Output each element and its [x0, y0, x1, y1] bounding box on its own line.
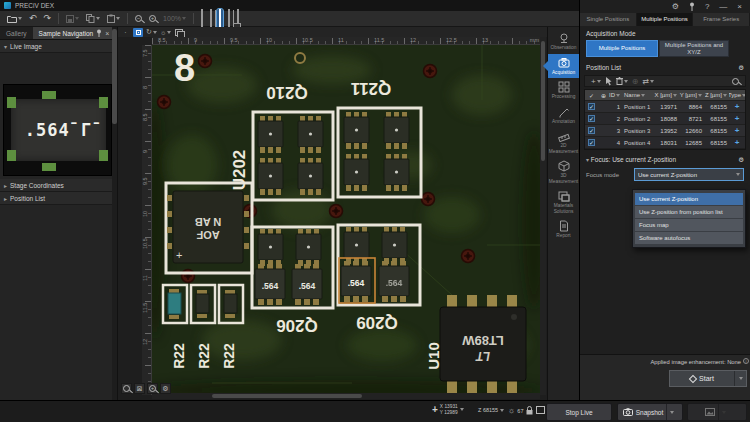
close-tab-icon[interactable]: × — [105, 27, 109, 40]
table-row[interactable]: ✓ 3 Position 3 13952 12660 68155 + — [585, 125, 745, 137]
filter-icon[interactable] — [723, 94, 727, 97]
tab-frame-series[interactable]: Frame Series — [693, 13, 750, 26]
save-image-button[interactable] — [687, 403, 747, 421]
pin-icon[interactable] — [96, 29, 102, 37]
filter-icon[interactable] — [673, 94, 677, 97]
illumination-button[interactable]: ☼ — [160, 28, 171, 37]
focus-mode-select[interactable]: Use current Z-position — [634, 168, 744, 181]
live-image-thumbnail[interactable]: .564̄ Γ̄ — [3, 84, 112, 176]
col-type[interactable]: Type — [729, 92, 745, 98]
new-window-button[interactable] — [235, 9, 241, 29]
dropdown-option-software-autofocus[interactable]: Software autofocus — [635, 232, 743, 244]
col-z[interactable]: Z [µm] — [704, 92, 729, 98]
help-icon[interactable]: ? — [705, 2, 709, 11]
zoom-in-view-button[interactable]: + — [147, 383, 158, 394]
left-panel-scrollbar[interactable] — [112, 27, 117, 400]
refresh-button[interactable]: ↻ — [146, 28, 157, 37]
tab-gallery[interactable]: Gallery — [0, 27, 33, 39]
search-position-button[interactable] — [732, 78, 739, 85]
row-checkbox[interactable]: ✓ — [588, 127, 595, 134]
pcb-live-image[interactable]: .564 .564 .564 .564 AOF N AB + — [152, 45, 540, 395]
dropdown-option-z-from-list[interactable]: Use Z-position from position list — [635, 206, 743, 218]
redo-button[interactable]: ↷ — [42, 12, 54, 25]
multiple-positions-xyz-mode-button[interactable]: Multiple Positions and XY/Z — [659, 40, 729, 57]
open-button[interactable] — [5, 12, 24, 25]
add-position-button[interactable]: + — [591, 77, 601, 86]
viewport-horizontal-scrollbar[interactable] — [152, 393, 540, 399]
col-target[interactable]: ⊕ — [598, 92, 609, 99]
pin-icon[interactable] — [689, 2, 695, 11]
col-name[interactable]: Name — [622, 92, 654, 98]
dropdown-option-focus-map[interactable]: Focus map — [635, 219, 743, 231]
filter-icon[interactable] — [698, 94, 702, 97]
info-icon[interactable]: i — [743, 358, 749, 364]
scrollbar-thumb[interactable] — [212, 394, 362, 398]
tab-report[interactable]: Report — [548, 217, 579, 242]
row-checkbox[interactable]: ✓ — [588, 139, 595, 146]
start-button[interactable]: Start — [669, 370, 747, 387]
table-row[interactable]: ✓ 4 Position 4 18031 12685 68155 + — [585, 137, 745, 149]
col-id[interactable]: ID — [609, 92, 622, 98]
save-options-dropdown[interactable] — [718, 404, 729, 420]
viewport-vertical-scrollbar[interactable] — [540, 37, 546, 395]
snapshot-options-dropdown[interactable] — [666, 404, 677, 420]
col-x[interactable]: X [µm] — [654, 92, 679, 98]
layout-current-button[interactable] — [217, 9, 223, 29]
start-options-dropdown[interactable] — [734, 371, 746, 386]
settings-gear-icon[interactable]: ⚙ — [672, 2, 679, 11]
snapshot-button[interactable]: Snapshot — [617, 403, 683, 421]
position-list-settings-icon[interactable]: ⚙ — [738, 64, 744, 72]
fit-to-window-button[interactable]: ⊠ — [134, 383, 145, 394]
layout-split-button[interactable] — [208, 9, 214, 29]
tab-processing[interactable]: Processing — [548, 78, 579, 103]
filter-icon[interactable] — [616, 94, 620, 97]
stage-navigator-button[interactable] — [133, 28, 143, 37]
close-icon[interactable]: × — [737, 2, 742, 11]
layout-single-button[interactable] — [199, 9, 205, 29]
zoom-in-button[interactable]: + — [147, 12, 158, 25]
scrollbar-thumb[interactable] — [112, 29, 117, 124]
tab-materials-solutions[interactable]: Materials Solutions — [548, 187, 579, 217]
scrollbar-thumb[interactable] — [541, 41, 545, 161]
col-check[interactable]: ✓ — [585, 92, 598, 99]
tab-multiple-positions[interactable]: Multiple Positions — [637, 13, 694, 26]
pick-position-button[interactable] — [605, 77, 612, 86]
save-button[interactable] — [64, 12, 81, 25]
position-list-section-header[interactable]: ▸ Position List — [0, 192, 112, 205]
move-position-button[interactable]: ⊕ — [632, 77, 639, 86]
stage-z-status[interactable]: Z 68155 — [478, 407, 504, 413]
tab-3d-measurement[interactable]: 3D Measurement — [548, 157, 579, 187]
zoom-out-view-button[interactable] — [121, 383, 132, 394]
paste-button[interactable] — [105, 12, 122, 25]
focus-settings-icon[interactable]: ⚙ — [738, 156, 744, 164]
zoom-out-button[interactable]: − — [133, 12, 144, 25]
multiple-positions-mode-button[interactable]: Multiple Positions — [586, 40, 658, 57]
stage-xy-status[interactable]: + X 13931 Y 12989 — [432, 404, 464, 415]
stop-live-button[interactable]: Stop Live — [546, 403, 612, 421]
tab-observation[interactable]: Observation — [548, 29, 579, 54]
filter-icon[interactable] — [742, 94, 745, 97]
dropdown-option-current-z[interactable]: Use current Z-position — [635, 193, 743, 205]
filter-icon[interactable] — [641, 94, 645, 97]
tab-sample-navigation[interactable]: Sample Navigation × — [33, 27, 116, 39]
delete-position-button[interactable] — [616, 77, 628, 85]
row-checkbox[interactable]: ✓ — [588, 103, 595, 110]
focus-section-header[interactable]: ▾ Focus: Use current Z-position ⚙ — [580, 154, 750, 165]
layout-grid-button[interactable] — [226, 9, 232, 29]
minimize-icon[interactable]: — — [719, 2, 727, 11]
live-image-section-header[interactable]: ▾ Live Image — [0, 40, 117, 53]
table-row[interactable]: ✓ 2 Position 2 18088 8721 68155 + — [585, 113, 745, 125]
tab-single-positions[interactable]: Single Positions — [580, 13, 637, 26]
table-row[interactable]: ✓ 1 Position 1 13971 8864 68155 + — [585, 101, 745, 113]
lamp-status[interactable]: ☼ 67 — [508, 406, 523, 415]
view-settings-button[interactable]: ⚙ — [160, 383, 171, 394]
undo-button[interactable]: ↶ — [27, 12, 39, 25]
layers-button[interactable] — [174, 28, 183, 37]
tab-acquisition[interactable]: Acquisition — [548, 54, 579, 79]
zoom-level-dropdown[interactable]: 100% — [161, 12, 188, 25]
row-checkbox[interactable]: ✓ — [588, 115, 595, 122]
frame-status[interactable] — [536, 406, 545, 414]
col-y[interactable]: Y [µm] — [679, 92, 704, 98]
reorder-position-button[interactable]: ⇄ — [642, 77, 654, 86]
copy-button[interactable] — [84, 12, 102, 25]
